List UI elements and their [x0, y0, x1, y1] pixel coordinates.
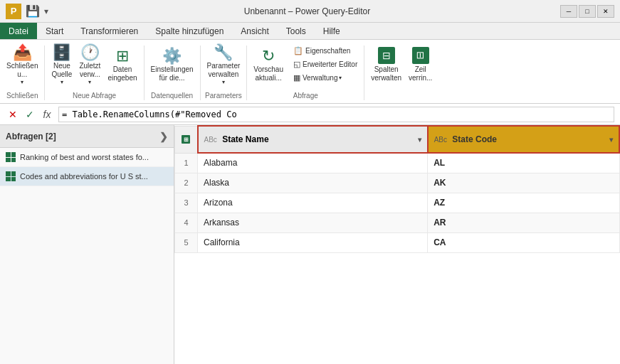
main-layout: Abfragen [2] ❯ Ranking of best and worst…	[0, 125, 620, 364]
row-num-4: 4	[175, 213, 198, 232]
state-name-dropdown[interactable]: ▾	[418, 136, 421, 144]
menu-tab-datei[interactable]: Datei	[0, 23, 37, 39]
erweiterter-editor-button[interactable]: ◱ Erweiterter Editor	[290, 58, 361, 70]
menu-tab-transformieren[interactable]: Transformieren	[72, 23, 147, 39]
menu-tab-hilfe[interactable]: Hilfe	[315, 23, 349, 39]
vorschau-button[interactable]: ↻ Vorschauaktuali...	[250, 43, 287, 87]
eigenschaften-button[interactable]: 📋 Eigenschaften	[290, 44, 361, 57]
formula-input[interactable]	[58, 107, 614, 122]
row1-state-name: Alabama	[198, 153, 428, 173]
sidebar-header: Abfragen [2] ❯	[0, 125, 174, 148]
sidebar-title: Abfragen [2]	[6, 132, 56, 141]
row1-state-code: AL	[428, 153, 619, 173]
row-num-1: 1	[175, 153, 198, 173]
row-num-3: 3	[175, 193, 198, 213]
data-area: ⊞ ABc State Name ▾	[174, 125, 620, 364]
state-name-label: State Name	[222, 134, 268, 144]
titlebar-text: Unbenannt – Power Query-Editor	[54, 6, 560, 16]
formula-bar: ✕ ✓ fx	[0, 104, 620, 125]
minimize-button[interactable]: ─	[560, 5, 577, 18]
row3-state-name: Arizona	[198, 193, 428, 213]
save-icon[interactable]: 💾	[26, 4, 40, 18]
table-row: 1 Alabama AL	[175, 153, 620, 173]
sidebar-item-query2[interactable]: Codes and abbreviations for U S st...	[0, 167, 174, 186]
undo-icon[interactable]: ▾	[44, 6, 48, 16]
parameter-button[interactable]: 🔧 Parameterverwalten ▾	[204, 43, 244, 87]
ribbon-group-datenquellen: ⚙️ Einstellungenfür die... Datenquellen	[147, 43, 197, 101]
query1-icon	[6, 152, 16, 162]
menu-tab-spalte[interactable]: Spalte hinzufügen	[147, 23, 232, 39]
col-header-state-code[interactable]: ABc State Code ▾	[428, 126, 619, 153]
ribbon-group-schliessen: 📤 Schließenu... ▾ Schließen	[3, 43, 41, 101]
ribbon-group-parameters: 🔧 Parameterverwalten ▾ Parameters	[204, 43, 244, 101]
table-row: 4 Arkansas AR	[175, 213, 620, 232]
sidebar-item-query1[interactable]: Ranking of best and worst states fo...	[0, 148, 174, 167]
row5-state-name: California	[198, 232, 428, 252]
app-icon: P	[6, 4, 21, 19]
neue-quelle-button[interactable]: 🗄️ NeueQuelle ▾	[48, 43, 75, 87]
menubar: Datei Start Transformieren Spalte hinzuf…	[0, 23, 620, 40]
ribbon-group-abfrage: ↻ Vorschauaktuali... 📋 Eigenschaften ◱ E…	[250, 43, 361, 101]
table-row: 5 California CA	[175, 232, 620, 252]
row5-state-code: CA	[428, 232, 619, 252]
formula-controls: ✕ ✓ fx	[6, 107, 54, 122]
row2-state-name: Alaska	[198, 173, 428, 193]
state-code-label: State Code	[452, 134, 497, 144]
ribbon-group-datenquellen-label: Datenquellen	[147, 90, 197, 101]
select-all-header[interactable]: ⊞	[175, 126, 198, 153]
row4-state-name: Arkansas	[198, 213, 428, 232]
menu-tab-ansicht[interactable]: Ansicht	[232, 23, 277, 39]
ribbon-group-spalten-label	[367, 98, 436, 101]
ribbon-group-neue-abfrage: 🗄️ NeueQuelle ▾ 🕐 Zuletztverw... ▾ ⊞ Dat…	[48, 43, 140, 101]
titlebar: P 💾 ▾ Unbenannt – Power Query-Editor ─ □…	[0, 0, 620, 23]
maximize-button[interactable]: □	[579, 5, 596, 18]
formula-confirm-button[interactable]: ✓	[23, 107, 37, 122]
ribbon-group-parameters-label: Parameters	[204, 90, 244, 101]
row3-state-code: AZ	[428, 193, 619, 213]
sidebar-item-query1-label: Ranking of best and worst states fo...	[20, 153, 149, 161]
ribbon: 📤 Schließenu... ▾ Schließen 🗄️ NeueQuell…	[0, 40, 620, 104]
ribbon-group-schliessen-label: Schließen	[3, 90, 41, 101]
sidebar-collapse-button[interactable]: ❯	[159, 131, 168, 142]
verwaltung-button[interactable]: ▦ Verwaltung ▾	[290, 71, 361, 84]
sidebar-item-query2-label: Codes and abbreviations for U S st...	[20, 172, 148, 181]
query2-icon	[6, 171, 16, 181]
data-table: ⊞ ABc State Name ▾	[174, 125, 620, 364]
spalten-verwalten-button[interactable]: ⊟ Spaltenverwalten	[367, 43, 405, 87]
menu-tab-tools[interactable]: Tools	[278, 23, 315, 39]
schliessen-button[interactable]: 📤 Schließenu... ▾	[3, 43, 41, 87]
einstellungen-button[interactable]: ⚙️ Einstellungenfür die...	[147, 43, 197, 87]
state-code-type: ABc	[434, 136, 447, 144]
state-code-dropdown[interactable]: ▾	[609, 136, 613, 144]
ribbon-group-abfrage-label: Abfrage	[250, 90, 361, 101]
formula-cancel-button[interactable]: ✕	[6, 107, 20, 122]
zeilen-verringern-button[interactable]: ⊟ Zeilverrin...	[405, 43, 436, 87]
col-header-state-name[interactable]: ABc State Name ▾	[198, 126, 428, 153]
row-num-5: 5	[175, 232, 198, 252]
row-num-2: 2	[175, 173, 198, 193]
ribbon-group-spalten: ⊟ Spaltenverwalten ⊟ Zeilverrin...	[367, 43, 436, 101]
daten-button[interactable]: ⊞ Dateneingeben	[104, 43, 140, 87]
titlebar-icons: P 💾 ▾	[6, 4, 48, 19]
formula-fx-button[interactable]: fx	[40, 107, 54, 122]
ribbon-group-neue-abfrage-label: Neue Abfrage	[48, 90, 140, 101]
zuletzt-button[interactable]: 🕐 Zuletztverw... ▾	[75, 43, 104, 87]
sidebar: Abfragen [2] ❯ Ranking of best and worst…	[0, 125, 174, 364]
row2-state-code: AK	[428, 173, 619, 193]
window-controls: ─ □ ✕	[560, 5, 614, 18]
table-row: 3 Arizona AZ	[175, 193, 620, 213]
row4-state-code: AR	[428, 213, 619, 232]
state-name-type: ABc	[204, 136, 217, 144]
close-button[interactable]: ✕	[597, 5, 614, 18]
main-table: ⊞ ABc State Name ▾	[174, 125, 620, 253]
table-row: 2 Alaska AK	[175, 173, 620, 193]
menu-tab-start[interactable]: Start	[37, 23, 72, 39]
